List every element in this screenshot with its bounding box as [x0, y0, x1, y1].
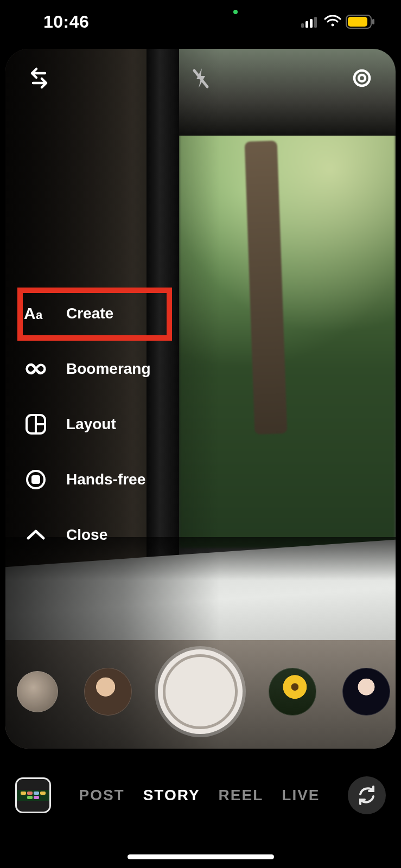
shutter-button[interactable] — [158, 649, 243, 734]
wifi-icon — [324, 15, 341, 28]
settings-button[interactable] — [348, 64, 376, 92]
status-bar: 10:46 — [0, 0, 401, 43]
tool-boomerang-label: Boomerang — [66, 360, 151, 378]
tool-boomerang[interactable]: Boomerang — [24, 354, 151, 384]
svg-rect-6 — [372, 19, 374, 24]
tool-create-label: Create — [66, 305, 113, 322]
mode-reel[interactable]: REEL — [219, 787, 264, 804]
back-button[interactable] — [25, 64, 53, 92]
svg-point-9 — [359, 75, 365, 81]
effect-thumbnail[interactable] — [269, 668, 316, 716]
record-stop-icon — [24, 468, 48, 492]
arrows-swap-icon — [27, 66, 52, 91]
tool-create[interactable]: A a Create — [24, 298, 151, 329]
mode-post[interactable]: POST — [79, 787, 124, 804]
camera-flip-icon — [356, 784, 378, 806]
gallery-button[interactable] — [15, 777, 51, 813]
svg-rect-3 — [314, 17, 317, 28]
story-tools-menu: A a Create Boomerang — [24, 298, 151, 550]
status-indicators — [301, 15, 375, 29]
switch-camera-button[interactable] — [348, 776, 386, 814]
layout-grid-icon — [24, 412, 48, 436]
camera-top-toolbar — [5, 64, 396, 92]
capture-modes[interactable]: POST STORY REEL LIVE — [67, 787, 332, 804]
effect-thumbnail[interactable] — [342, 668, 390, 716]
tool-layout[interactable]: Layout — [24, 409, 151, 439]
tool-layout-label: Layout — [66, 416, 116, 433]
gear-icon — [350, 66, 374, 90]
mode-story[interactable]: STORY — [143, 787, 200, 804]
flash-off-icon — [189, 66, 213, 90]
tool-handsfree[interactable]: Hands-free — [24, 464, 151, 495]
svg-rect-1 — [305, 21, 308, 28]
bottom-bar: POST STORY REEL LIVE — [0, 768, 401, 822]
tool-close-label: Close — [66, 526, 107, 544]
svg-rect-0 — [301, 23, 304, 28]
effect-thumbnail[interactable] — [17, 671, 58, 712]
text-aa-icon: A a — [24, 302, 48, 326]
svg-text:A: A — [24, 304, 36, 322]
infinity-icon — [24, 357, 48, 381]
svg-rect-5 — [348, 17, 367, 27]
svg-rect-2 — [310, 19, 313, 28]
effect-thumbnail[interactable] — [84, 668, 132, 716]
chevron-up-icon — [24, 523, 48, 547]
svg-rect-16 — [33, 476, 39, 483]
shutter-inner — [163, 654, 238, 729]
effects-carousel[interactable] — [5, 646, 396, 738]
privacy-indicator-dot — [233, 10, 238, 14]
flash-button[interactable] — [187, 64, 215, 92]
battery-icon — [346, 15, 375, 29]
status-time: 10:46 — [43, 12, 89, 32]
cellular-icon — [301, 16, 320, 28]
mode-live[interactable]: LIVE — [282, 787, 320, 804]
camera-viewport: A a Create Boomerang — [5, 49, 396, 749]
tool-close[interactable]: Close — [24, 520, 151, 550]
svg-point-8 — [354, 71, 370, 86]
svg-text:a: a — [36, 308, 43, 322]
home-indicator[interactable] — [128, 854, 274, 859]
tool-handsfree-label: Hands-free — [66, 471, 145, 488]
